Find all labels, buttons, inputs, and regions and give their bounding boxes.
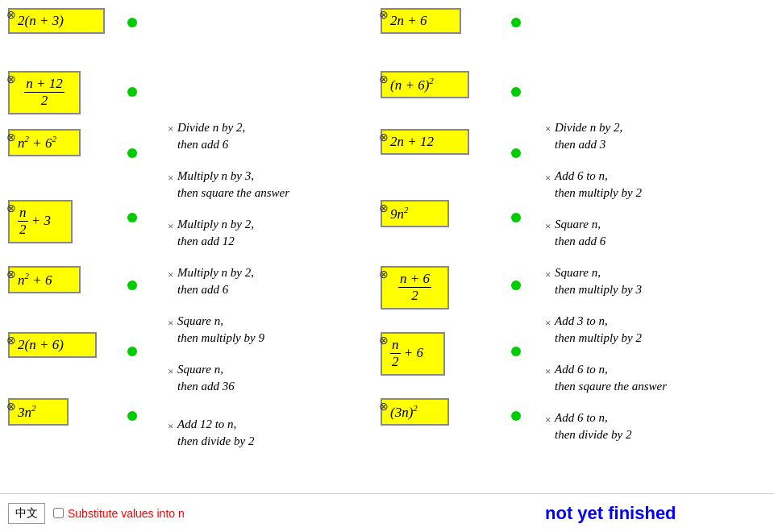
xmark-r3: × <box>545 220 551 233</box>
card-2n-12[interactable]: 2n + 12 <box>381 129 469 155</box>
card-n6-sq[interactable]: (n + 6)2 <box>381 71 469 98</box>
card-frac-n12-2[interactable]: n + 122 <box>8 71 81 114</box>
desc-r5: Add 3 to n,then multiply by 2 <box>555 313 642 347</box>
not-finished-label: not yet finished <box>545 503 676 524</box>
otimes-l6: ⊗ <box>6 334 16 347</box>
otimes-l3: ⊗ <box>6 131 16 144</box>
card-n6-2[interactable]: n + 62 <box>381 266 449 310</box>
xmark-l4: × <box>168 268 173 281</box>
card-2n-6[interactable]: 2n + 6 <box>381 8 461 34</box>
checkbox-area: Substitute values into n <box>53 507 185 520</box>
desc-l6: Square n,then add 36 <box>177 361 235 395</box>
xmark-l2: × <box>168 172 173 185</box>
substitute-checkbox[interactable] <box>53 508 64 518</box>
otimes-l2: ⊗ <box>6 73 16 86</box>
dot-l1 <box>127 18 137 27</box>
card-n2-62[interactable]: n2 + 62 <box>8 129 81 156</box>
desc-l5: Square n,then multiply by 9 <box>177 313 264 347</box>
dot-l4 <box>127 213 137 222</box>
desc-r1: Divide n by 2,then add 3 <box>555 119 622 153</box>
card-2n6[interactable]: 2(n + 6) <box>8 332 97 358</box>
desc-r2: Add 6 to n,then multiply by 2 <box>555 168 642 202</box>
otimes-r2: ⊗ <box>379 73 389 86</box>
xmark-r6: × <box>545 365 551 378</box>
xmark-l1: × <box>168 123 173 135</box>
otimes-l4: ⊗ <box>6 202 16 215</box>
xmark-l6: × <box>168 365 173 378</box>
dot-r5 <box>511 281 521 290</box>
dot-r7 <box>511 411 521 421</box>
otimes-r4: ⊗ <box>379 202 389 215</box>
desc-l7: Add 12 to n,then divide by 2 <box>177 416 254 450</box>
dot-r1 <box>511 18 521 27</box>
dot-r3 <box>511 148 521 158</box>
dot-r6 <box>511 347 521 356</box>
chinese-button[interactable]: 中文 <box>8 503 45 524</box>
dot-r4 <box>511 213 521 222</box>
card-n2-6r[interactable]: n2 + 6 <box>381 332 445 376</box>
otimes-r7: ⊗ <box>379 400 389 414</box>
xmark-l5: × <box>168 317 173 330</box>
card-9n2[interactable]: 9n2 <box>381 200 449 227</box>
xmark-l7: × <box>168 420 173 433</box>
desc-r6: Add 6 to n,then sqaure the answer <box>555 361 667 395</box>
dot-l5 <box>127 281 137 290</box>
dot-l7 <box>127 411 137 421</box>
card-3n2[interactable]: 3n2 <box>8 398 69 426</box>
otimes-r5: ⊗ <box>379 268 389 281</box>
xmark-r4: × <box>545 268 551 281</box>
dot-l2 <box>127 87 137 97</box>
otimes-r3: ⊗ <box>379 131 389 144</box>
otimes-r1: ⊗ <box>379 8 389 22</box>
dot-l3 <box>127 148 137 158</box>
xmark-r1: × <box>545 123 551 135</box>
dot-r2 <box>511 87 521 97</box>
xmark-l3: × <box>168 220 173 233</box>
card-n2-6[interactable]: n2 + 6 <box>8 266 81 293</box>
otimes-l1: ⊗ <box>6 8 16 22</box>
otimes-r6: ⊗ <box>379 334 389 347</box>
desc-r7: Add 6 to n,then divide by 2 <box>555 409 631 443</box>
otimes-l5: ⊗ <box>6 268 16 281</box>
xmark-r7: × <box>545 414 551 426</box>
otimes-l7: ⊗ <box>6 400 16 414</box>
card-n2-plus3[interactable]: n2 + 3 <box>8 200 73 243</box>
desc-r3: Square n,then add 6 <box>555 216 605 250</box>
desc-l4: Multiply n by 2,then add 6 <box>177 264 254 298</box>
card-2n3[interactable]: 2(n + 3) <box>8 8 105 34</box>
desc-l1: Divide n by 2,then add 6 <box>177 119 245 153</box>
xmark-r5: × <box>545 317 551 330</box>
desc-l2: Multiply n by 3,then square the answer <box>177 168 289 202</box>
substitute-label: Substitute values into n <box>68 507 185 520</box>
desc-l3: Multiply n by 2,then add 12 <box>177 216 254 250</box>
dot-l6 <box>127 347 137 356</box>
xmark-r2: × <box>545 172 551 185</box>
card-3n-sq[interactable]: (3n)2 <box>381 398 449 426</box>
desc-r4: Square n,then multiply by 3 <box>555 264 642 298</box>
